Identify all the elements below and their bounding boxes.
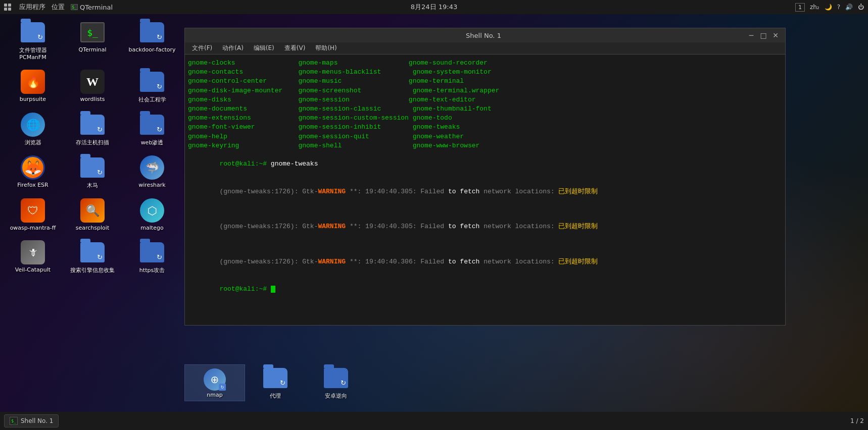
- terminal-controls: ─ □ ✕: [747, 31, 780, 39]
- android-reverse-icon: ↻: [324, 366, 348, 390]
- term-line-9: gnome-help gnome-session-quit gnome-weat…: [188, 132, 782, 141]
- taskbar-icon-nmap[interactable]: ⊕ ↻ nmap: [184, 364, 245, 401]
- veil-label: Veil-Catapult: [15, 266, 51, 273]
- desktop-icon-search-engine[interactable]: ↻ 搜索引擎信息收集: [65, 238, 120, 277]
- menu-file[interactable]: 文件(F): [188, 43, 216, 53]
- desktop-icon-maltego[interactable]: ⬡ maltego: [124, 196, 180, 234]
- menu-help[interactable]: 帮助(H): [311, 43, 341, 53]
- desktop-icon-https-attack[interactable]: ↻ https攻击: [124, 238, 180, 277]
- desktop: 应用程序 位置 $_ QTerminal 8月24日 19:43 1 zh₂ 🌙…: [0, 0, 868, 430]
- backdoor-factory-icon: ↻: [140, 20, 164, 44]
- term-line-2: gnome-contacts gnome-menus-blacklist gno…: [188, 68, 782, 77]
- terminal-cursor: [271, 286, 275, 293]
- taskbar-icon-proxy[interactable]: ↻ 代理: [245, 363, 306, 402]
- burpsuite-label: burpsuite: [20, 96, 46, 102]
- term-line-3: gnome-control-center gnome-music gnome-t…: [188, 77, 782, 86]
- desktop-icon-file-manager[interactable]: ↻ 文件管理器PCManFM: [5, 18, 61, 63]
- topbar-power-icon[interactable]: ⏻: [858, 4, 864, 11]
- proxy-icon: ↻: [263, 366, 287, 390]
- social-engineering-label: 社会工程学: [138, 96, 166, 103]
- backdoor-factory-label: backdoor-factory: [128, 46, 175, 53]
- wireshark-icon: 🦈: [140, 155, 164, 180]
- veil-icon: 🗡: [21, 240, 45, 264]
- desktop-icon-veil[interactable]: 🗡 Veil-Catapult: [5, 238, 61, 277]
- terminal-menubar: 文件(F) 动作(A) 编辑(E) 查看(V) 帮助(H): [185, 42, 785, 55]
- desktop-icon-burpsuite[interactable]: 🔥 burpsuite: [5, 67, 61, 106]
- desktop-icons-grid: ↻ 文件管理器PCManFM $_ QTerminal ↻ backdoor-f…: [5, 18, 180, 277]
- term-line-6: gnome-documents gnome-session-classic gn…: [188, 104, 782, 114]
- taskbar-icon-android-reverse[interactable]: ↻ 安卓逆向: [306, 363, 366, 402]
- term-line-final-prompt: root@kali:~#: [188, 276, 782, 303]
- topbar-help-icon[interactable]: ?: [837, 4, 840, 11]
- desktop-icon-web-pentest[interactable]: ↻ web渗透: [124, 110, 180, 149]
- workspace-indicator[interactable]: 1: [795, 3, 805, 12]
- terminal-close-button[interactable]: ✕: [771, 31, 780, 39]
- desktop-icon-social-engineering[interactable]: ↻ 社会工程学: [124, 67, 180, 106]
- topbar-lang: zh₂: [810, 4, 819, 11]
- taskbar: $_ Shell No. 1 1 / 2: [0, 412, 868, 430]
- search-engine-label: 搜索引擎信息收集: [70, 266, 115, 274]
- wordlists-icon: W: [80, 70, 105, 94]
- desktop-icon-live-scan[interactable]: ↻ 存活主机扫描: [65, 110, 120, 149]
- term-line-warning3: (gnome-tweaks:1726): Gtk-WARNING **: 19:…: [188, 248, 782, 276]
- terminal-minimize-button[interactable]: ─: [747, 31, 756, 39]
- apps-grid-icon[interactable]: [4, 4, 11, 11]
- desktop-icon-firefox[interactable]: 🦊 Firefox ESR: [5, 153, 61, 192]
- browser-label: 浏览器: [25, 139, 41, 146]
- menu-view[interactable]: 查看(V): [280, 43, 310, 53]
- topbar: 应用程序 位置 $_ QTerminal 8月24日 19:43 1 zh₂ 🌙…: [0, 0, 868, 14]
- terminal-title: Shell No. 1: [220, 32, 747, 39]
- https-attack-icon: ↻: [140, 240, 164, 264]
- desktop-icon-browser[interactable]: 🌐 浏览器: [5, 110, 61, 149]
- file-manager-label: 文件管理器PCManFM: [19, 46, 47, 61]
- term-line-warning1: (gnome-tweaks:1726): Gtk-WARNING **: 19:…: [188, 178, 782, 205]
- topbar-moon-icon[interactable]: 🌙: [825, 4, 832, 11]
- term-line-7: gnome-extensions gnome-session-custom-se…: [188, 114, 782, 123]
- term-line-10: gnome-keyring gnome-shell gnome-www-brow…: [188, 141, 782, 150]
- term-line-1: gnome-clocks gnome-maps gnome-sound-reco…: [188, 59, 782, 68]
- topbar-datetime: 8月24日 19:43: [411, 3, 457, 12]
- topbar-right: 1 zh₂ 🌙 ? 🔊 ⏻: [795, 3, 864, 12]
- desktop-icon-wireshark[interactable]: 🦈 wireshark: [124, 153, 180, 192]
- firefox-icon: 🦊: [21, 155, 45, 180]
- web-pentest-icon: ↻: [140, 113, 164, 137]
- searchsploit-icon: 🔍: [80, 198, 105, 223]
- proxy-label: 代理: [270, 392, 281, 400]
- taskbar-shell-item[interactable]: $_ Shell No. 1: [4, 414, 59, 427]
- qterminal-label: QTerminal: [78, 46, 106, 53]
- owasp-label: owasp-mantra-ff: [10, 225, 56, 231]
- owasp-icon: 🛡: [21, 198, 45, 223]
- live-scan-label: 存活主机扫描: [76, 139, 109, 146]
- menu-edit[interactable]: 编辑(E): [250, 43, 278, 53]
- bottom-icons-area: ⊕ ↻ nmap ↻ 代理 ↻: [184, 354, 371, 412]
- topbar-sound-icon[interactable]: 🔊: [845, 4, 853, 11]
- qterminal-icon: $_: [80, 20, 105, 44]
- desktop-icon-wordlists[interactable]: W wordlists: [65, 67, 120, 106]
- topbar-places-menu[interactable]: 位置: [52, 3, 65, 12]
- desktop-icon-backdoor-factory[interactable]: ↻ backdoor-factory: [124, 18, 180, 63]
- term-line-5: gnome-disks gnome-session gnome-text-edi…: [188, 95, 782, 104]
- topbar-terminal-icon: $_: [71, 4, 78, 10]
- live-scan-icon: ↻: [80, 113, 105, 137]
- https-attack-label: https攻击: [139, 266, 165, 274]
- topbar-apps-menu[interactable]: 应用程序: [19, 3, 45, 12]
- terminal-maximize-button[interactable]: □: [759, 31, 768, 39]
- desktop-icon-searchsploit[interactable]: 🔍 searchsploit: [65, 196, 120, 234]
- terminal-body[interactable]: gnome-clocks gnome-maps gnome-sound-reco…: [185, 55, 785, 325]
- terminal-window: Shell No. 1 ─ □ ✕ 文件(F) 动作(A) 编辑(E) 查看(V…: [184, 28, 786, 326]
- taskbar-shell-label: Shell No. 1: [21, 417, 53, 424]
- firefox-label: Firefox ESR: [17, 182, 48, 188]
- term-line-4: gnome-disk-image-mounter gnome-screensho…: [188, 86, 782, 95]
- desktop-icon-qterminal[interactable]: $_ QTerminal: [65, 18, 120, 63]
- trojan-icon: ↻: [80, 155, 105, 180]
- term-line-warning2: (gnome-tweaks:1726): Gtk-WARNING **: 19:…: [188, 213, 782, 241]
- file-manager-icon: ↻: [21, 20, 45, 44]
- maltego-label: maltego: [140, 225, 163, 231]
- desktop-icon-owasp[interactable]: 🛡 owasp-mantra-ff: [5, 196, 61, 234]
- topbar-terminal-label: $_ QTerminal: [71, 4, 113, 11]
- desktop-icon-trojan[interactable]: ↻ 木马: [65, 153, 120, 192]
- menu-actions[interactable]: 动作(A): [218, 43, 248, 53]
- term-line-8: gnome-font-viewer gnome-session-inhibit …: [188, 123, 782, 132]
- trojan-label: 木马: [87, 182, 98, 189]
- burpsuite-icon: 🔥: [21, 70, 45, 94]
